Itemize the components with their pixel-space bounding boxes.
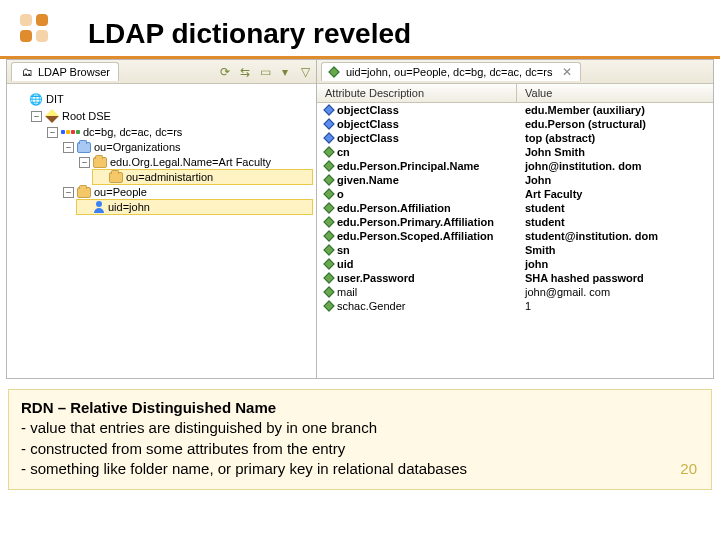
- folder-icon: [77, 187, 91, 198]
- globe-icon: [29, 92, 43, 106]
- attr-name: user.Password: [325, 272, 525, 284]
- attr-icon: [323, 174, 334, 185]
- tree-node-uid-john[interactable]: uid=john: [77, 200, 312, 214]
- attr-icon: [323, 216, 334, 227]
- collapse-toggle[interactable]: −: [63, 187, 74, 198]
- attr-row[interactable]: edu.Person.Principal.Namejohn@institutio…: [317, 159, 713, 173]
- ldap-app: 🗂 LDAP Browser ⟳ ⇆ ▭ ▾ ▽ DIT: [6, 59, 714, 379]
- dc-icon: [61, 130, 80, 134]
- attr-name: edu.Person.Affiliation: [325, 202, 525, 214]
- attr-row[interactable]: oArt Faculty: [317, 187, 713, 201]
- attr-icon: [323, 188, 334, 199]
- objectclass-icon: [323, 104, 334, 115]
- attr-row[interactable]: objectClassedu.Member (auxiliary): [317, 103, 713, 117]
- attr-icon: [323, 160, 334, 171]
- attr-value: 1: [525, 300, 705, 312]
- attr-icon: [323, 272, 334, 283]
- entry-tabbar: uid=john, ou=People, dc=bg, dc=ac, dc=rs…: [317, 60, 713, 84]
- attr-row[interactable]: edu.Person.Affiliationstudent: [317, 201, 713, 215]
- tree-node-dit[interactable]: DIT: [13, 91, 312, 107]
- folder-icon: [93, 157, 107, 168]
- node-label: dc=bg, dc=ac, dc=rs: [83, 126, 182, 138]
- col-value[interactable]: Value: [517, 84, 713, 102]
- objectclass-icon: [323, 132, 334, 143]
- entry-pane: uid=john, ou=People, dc=bg, dc=ac, dc=rs…: [317, 60, 713, 378]
- attr-value: Art Faculty: [525, 188, 705, 200]
- attr-row[interactable]: objectClasstop (abstract): [317, 131, 713, 145]
- close-icon[interactable]: ✕: [562, 65, 572, 79]
- link-icon[interactable]: ⇆: [238, 65, 252, 79]
- attr-value: John: [525, 174, 705, 186]
- node-label: ou=administartion: [126, 171, 213, 183]
- attr-row[interactable]: cnJohn Smith: [317, 145, 713, 159]
- attr-name: edu.Person.Scoped.Affiliation: [325, 230, 525, 242]
- attr-icon: [323, 202, 334, 213]
- attr-value: edu.Person (structural): [525, 118, 705, 130]
- browser-icon: 🗂: [20, 65, 34, 79]
- tree-node-art-faculty[interactable]: − edu.Org.Legal.Name=Art Faculty: [77, 155, 312, 169]
- attr-value: Smith: [525, 244, 705, 256]
- attr-value: john: [525, 258, 705, 270]
- node-label: ou=People: [94, 186, 147, 198]
- slide-header: LDAP dictionary reveled: [0, 0, 720, 59]
- attr-value: john@gmail. com: [525, 286, 705, 298]
- tree-node-organizations[interactable]: − ou=Organizations: [61, 140, 312, 154]
- attr-name: objectClass: [325, 104, 525, 116]
- tree-node-people[interactable]: − ou=People: [61, 185, 312, 199]
- collapse-icon[interactable]: ▭: [258, 65, 272, 79]
- attr-name: o: [325, 188, 525, 200]
- collapse-toggle[interactable]: −: [47, 127, 58, 138]
- attr-row[interactable]: uidjohn: [317, 257, 713, 271]
- attr-icon: [323, 286, 334, 297]
- tab-entry-uid-john[interactable]: uid=john, ou=People, dc=bg, dc=ac, dc=rs…: [321, 62, 581, 81]
- refresh-icon[interactable]: ⟳: [218, 65, 232, 79]
- node-label: DIT: [46, 93, 64, 105]
- attr-row[interactable]: edu.Person.Primary.Affiliationstudent: [317, 215, 713, 229]
- folder-icon: [77, 142, 91, 153]
- slide-footer-note: RDN – Relative Distinguished Name - valu…: [8, 389, 712, 490]
- node-label: edu.Org.Legal.Name=Art Faculty: [110, 156, 271, 168]
- attr-row[interactable]: given.NameJohn: [317, 173, 713, 187]
- attr-icon: [323, 300, 334, 311]
- ldap-tree[interactable]: DIT − Root DSE: [7, 84, 316, 378]
- attr-row[interactable]: mailjohn@gmail. com: [317, 285, 713, 299]
- attr-row[interactable]: snSmith: [317, 243, 713, 257]
- col-attribute[interactable]: Attribute Description: [317, 84, 517, 102]
- footer-heading: RDN – Relative Distinguished Name: [21, 399, 276, 416]
- attr-table-header: Attribute Description Value: [317, 84, 713, 103]
- attr-icon: [323, 244, 334, 255]
- attr-value: student@institution. dom: [525, 230, 705, 242]
- attr-row[interactable]: schac.Gender1: [317, 299, 713, 313]
- attr-row[interactable]: objectClassedu.Person (structural): [317, 117, 713, 131]
- slide-logo: [20, 14, 66, 48]
- node-label: ou=Organizations: [94, 141, 181, 153]
- collapse-toggle[interactable]: −: [79, 157, 90, 168]
- attr-icon: [323, 230, 334, 241]
- attr-icon: [323, 146, 334, 157]
- entry-icon: [328, 66, 339, 77]
- collapse-toggle[interactable]: −: [63, 142, 74, 153]
- collapse-toggle[interactable]: −: [31, 111, 42, 122]
- tab-label: uid=john, ou=People, dc=bg, dc=ac, dc=rs: [346, 66, 552, 78]
- menu-icon[interactable]: ▽: [298, 65, 312, 79]
- tree-node-root-dse[interactable]: − Root DSE: [29, 108, 312, 124]
- tree-node-dc[interactable]: − dc=bg, dc=ac, dc=rs: [45, 125, 312, 139]
- objectclass-icon: [323, 118, 334, 129]
- attr-name: objectClass: [325, 132, 525, 144]
- attr-table-body[interactable]: objectClassedu.Member (auxiliary)objectC…: [317, 103, 713, 378]
- attr-value: student: [525, 216, 705, 228]
- page-number: 20: [680, 459, 697, 479]
- attr-value: edu.Member (auxiliary): [525, 104, 705, 116]
- tree-node-administration[interactable]: ou=administartion: [93, 170, 312, 184]
- filter-icon[interactable]: ▾: [278, 65, 292, 79]
- attr-row[interactable]: edu.Person.Scoped.Affiliationstudent@ins…: [317, 229, 713, 243]
- attr-name: cn: [325, 146, 525, 158]
- footer-line: - constructed from some attributes from …: [21, 440, 345, 457]
- attr-value: SHA hashed password: [525, 272, 705, 284]
- attr-name: edu.Person.Principal.Name: [325, 160, 525, 172]
- attr-value: john@institution. dom: [525, 160, 705, 172]
- attr-row[interactable]: user.PasswordSHA hashed password: [317, 271, 713, 285]
- tab-ldap-browser[interactable]: 🗂 LDAP Browser: [11, 62, 119, 81]
- ldap-browser-pane: 🗂 LDAP Browser ⟳ ⇆ ▭ ▾ ▽ DIT: [7, 60, 317, 378]
- attr-value: student: [525, 202, 705, 214]
